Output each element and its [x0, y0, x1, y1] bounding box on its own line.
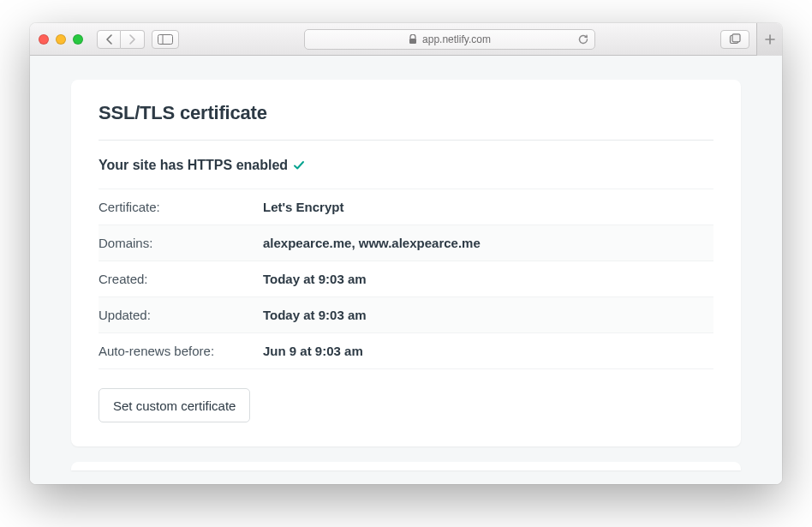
- row-value: Today at 9:03 am: [263, 272, 367, 286]
- next-card-peek: [71, 462, 741, 470]
- row-label: Domains:: [99, 236, 263, 250]
- set-custom-certificate-button[interactable]: Set custom certificate: [99, 388, 250, 422]
- row-value: Let's Encrypt: [263, 200, 343, 214]
- ssl-card: SSL/TLS certificate Your site has HTTPS …: [71, 80, 741, 446]
- window-controls: [39, 34, 83, 45]
- share-button[interactable]: [720, 30, 749, 49]
- reload-icon[interactable]: [577, 33, 589, 45]
- lock-icon: [409, 34, 417, 45]
- divider: [99, 140, 713, 141]
- page-content: SSL/TLS certificate Your site has HTTPS …: [30, 56, 782, 484]
- table-row: Auto-renews before: Jun 9 at 9:03 am: [99, 333, 713, 369]
- svg-rect-4: [732, 33, 740, 41]
- card-title: SSL/TLS certificate: [99, 102, 713, 124]
- nav-buttons: [97, 30, 145, 49]
- row-label: Auto-renews before:: [99, 344, 263, 358]
- button-label: Set custom certificate: [113, 398, 236, 413]
- row-value: Today at 9:03 am: [263, 308, 367, 322]
- row-value: Jun 9 at 9:03 am: [263, 344, 363, 358]
- https-status-text: Your site has HTTPS enabled: [99, 158, 288, 173]
- row-label: Updated:: [99, 308, 263, 322]
- row-label: Created:: [99, 272, 263, 286]
- table-row: Domains: alexpearce.me, www.alexpearce.m…: [99, 225, 713, 261]
- svg-rect-2: [409, 39, 416, 44]
- browser-titlebar: app.netlify.com: [30, 23, 782, 56]
- minimize-window-button[interactable]: [56, 34, 66, 45]
- sidebar-toggle-button[interactable]: [152, 30, 179, 49]
- back-button[interactable]: [97, 30, 121, 49]
- browser-window: app.netlify.com SSL/TLS certificate Your…: [30, 23, 782, 484]
- zoom-window-button[interactable]: [73, 34, 83, 45]
- url-host: app.netlify.com: [422, 33, 491, 45]
- new-tab-button[interactable]: [756, 23, 782, 56]
- svg-rect-0: [158, 34, 173, 44]
- close-window-button[interactable]: [39, 34, 49, 45]
- row-label: Certificate:: [99, 200, 263, 214]
- certificate-details: Certificate: Let's Encrypt Domains: alex…: [99, 189, 713, 369]
- forward-button[interactable]: [121, 30, 145, 49]
- url-bar[interactable]: app.netlify.com: [304, 29, 595, 50]
- table-row: Certificate: Let's Encrypt: [99, 189, 713, 225]
- row-value: alexpearce.me, www.alexpearce.me: [263, 236, 481, 250]
- check-icon: [293, 159, 305, 171]
- table-row: Created: Today at 9:03 am: [99, 261, 713, 297]
- table-row: Updated: Today at 9:03 am: [99, 297, 713, 333]
- https-status: Your site has HTTPS enabled: [99, 158, 713, 173]
